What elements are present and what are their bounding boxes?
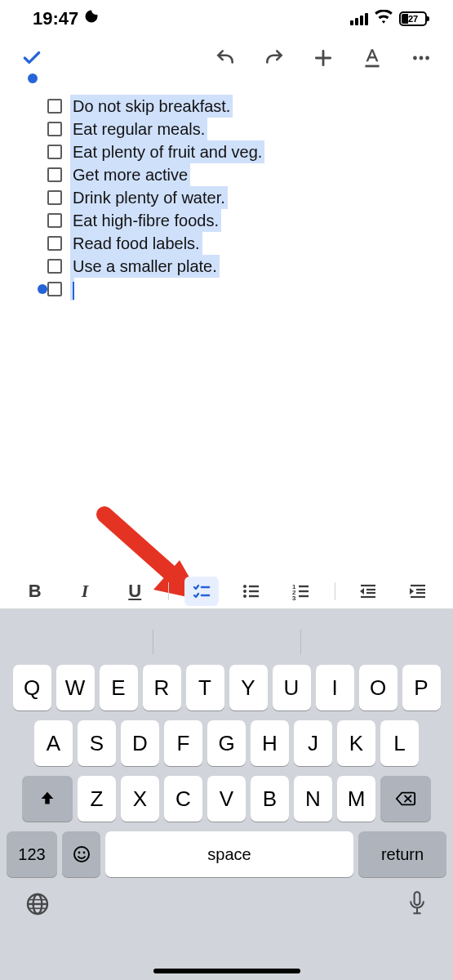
checklist-item[interactable]: Get more active <box>47 163 406 186</box>
key-d[interactable]: D <box>121 720 159 766</box>
checkbox[interactable] <box>47 167 62 182</box>
text-format-button[interactable] <box>362 47 383 69</box>
checklist-item-text[interactable] <box>70 278 74 301</box>
svg-rect-38 <box>415 892 420 905</box>
checklist-item[interactable]: Eat high-fibre foods. <box>47 209 406 232</box>
key-f[interactable]: F <box>164 720 202 766</box>
checklist-item[interactable] <box>47 278 406 301</box>
checklist-item-text[interactable]: Read food labels. <box>70 232 202 255</box>
svg-point-31 <box>78 852 80 854</box>
add-button[interactable] <box>313 47 334 69</box>
checklist-item-text[interactable]: Eat regular meals. <box>70 118 207 140</box>
emoji-key[interactable] <box>62 831 100 877</box>
format-bar: B I U 123 <box>0 573 453 609</box>
checklist-item-text[interactable]: Eat high-fibre foods. <box>70 209 221 232</box>
status-bar: 19:47 27 <box>0 0 453 33</box>
key-y[interactable]: Y <box>229 665 268 710</box>
note-area[interactable]: Do not skip breakfast. Eat regular meals… <box>0 80 453 301</box>
checklist-item[interactable]: Use a smaller plate. <box>47 255 406 278</box>
italic-button[interactable]: I <box>68 577 102 606</box>
svg-point-32 <box>82 852 85 854</box>
key-m[interactable]: M <box>337 776 375 822</box>
svg-rect-0 <box>365 65 379 68</box>
checkbox[interactable] <box>47 145 62 159</box>
numbered-list-button[interactable]: 123 <box>284 577 318 606</box>
keyboard-suggestion-bar <box>0 619 453 665</box>
key-q[interactable]: Q <box>13 665 51 710</box>
checkbox[interactable] <box>47 282 62 296</box>
checkbox[interactable] <box>47 122 62 136</box>
checkbox[interactable] <box>47 190 62 205</box>
key-s[interactable]: S <box>78 720 116 766</box>
wifi-icon <box>375 8 393 29</box>
key-j[interactable]: J <box>294 720 332 766</box>
selection-start-handle[interactable] <box>28 74 38 83</box>
redo-button[interactable] <box>264 47 285 69</box>
checklist-item-text[interactable]: Get more active <box>70 163 190 186</box>
key-w[interactable]: W <box>56 665 95 710</box>
more-button[interactable] <box>411 47 432 69</box>
do-not-disturb-icon <box>83 8 100 29</box>
svg-text:3: 3 <box>292 595 296 601</box>
bold-button[interactable]: B <box>18 577 52 606</box>
checkbox[interactable] <box>47 259 62 274</box>
selection-end-handle[interactable] <box>38 284 47 294</box>
key-x[interactable]: X <box>121 776 159 822</box>
key-g[interactable]: G <box>207 720 246 766</box>
svg-line-4 <box>104 514 178 580</box>
key-t[interactable]: T <box>186 665 224 710</box>
checklist-item[interactable]: Eat plenty of fruit and veg. <box>47 140 406 163</box>
checklist-item-text[interactable]: Drink plenty of water. <box>70 186 228 209</box>
key-e[interactable]: E <box>100 665 138 710</box>
done-button[interactable] <box>21 47 42 69</box>
key-k[interactable]: K <box>337 720 375 766</box>
key-b[interactable]: B <box>251 776 289 822</box>
keyboard: Q W E R T Y U I O P A S D F G H J K L Z … <box>0 609 453 980</box>
key-h[interactable]: H <box>251 720 289 766</box>
text-cursor <box>73 282 74 300</box>
return-key[interactable]: return <box>358 831 446 877</box>
key-v[interactable]: V <box>207 776 246 822</box>
keyboard-row-4: 123 space return <box>0 831 453 885</box>
dictation-key[interactable] <box>406 890 429 921</box>
space-key[interactable]: space <box>105 831 353 877</box>
checkbox[interactable] <box>47 99 62 114</box>
checklist-item[interactable]: Eat regular meals. <box>47 118 406 140</box>
checklist-item-text[interactable]: Use a smaller plate. <box>70 255 220 278</box>
key-r[interactable]: R <box>143 665 181 710</box>
key-i[interactable]: I <box>316 665 354 710</box>
key-u[interactable]: U <box>273 665 311 710</box>
checklist-item-text[interactable]: Eat plenty of fruit and veg. <box>70 140 264 163</box>
checkbox[interactable] <box>47 236 62 251</box>
keyboard-row-3: Z X C V B N M <box>0 776 453 831</box>
svg-marker-24 <box>360 588 364 595</box>
key-c[interactable]: C <box>164 776 202 822</box>
svg-point-3 <box>425 56 429 60</box>
outdent-button[interactable] <box>351 577 385 606</box>
undo-button[interactable] <box>215 47 236 69</box>
key-a[interactable]: A <box>34 720 73 766</box>
checklist-item[interactable]: Drink plenty of water. <box>47 186 406 209</box>
keyboard-footer <box>0 885 453 934</box>
bullet-list-button[interactable] <box>234 577 269 606</box>
key-l[interactable]: L <box>380 720 419 766</box>
backspace-key[interactable] <box>380 776 431 822</box>
shift-key[interactable] <box>22 776 73 822</box>
key-p[interactable]: P <box>402 665 441 710</box>
checkbox[interactable] <box>47 213 62 228</box>
checklist-item[interactable]: Read food labels. <box>47 232 406 255</box>
key-o[interactable]: O <box>359 665 397 710</box>
checklist-button[interactable] <box>184 577 219 606</box>
key-n[interactable]: N <box>294 776 332 822</box>
home-indicator[interactable] <box>153 969 300 973</box>
globe-key[interactable] <box>24 891 51 920</box>
checklist-item[interactable]: Do not skip breakfast. <box>47 95 406 118</box>
keyboard-row-1: Q W E R T Y U I O P <box>0 665 453 720</box>
key-z[interactable]: Z <box>78 776 116 822</box>
svg-point-2 <box>420 56 424 60</box>
indent-button[interactable] <box>401 577 435 606</box>
checklist-item-text[interactable]: Do not skip breakfast. <box>70 95 233 118</box>
numbers-key[interactable]: 123 <box>7 831 57 877</box>
underline-button[interactable]: U <box>118 577 152 606</box>
cellular-signal-icon <box>350 13 368 25</box>
